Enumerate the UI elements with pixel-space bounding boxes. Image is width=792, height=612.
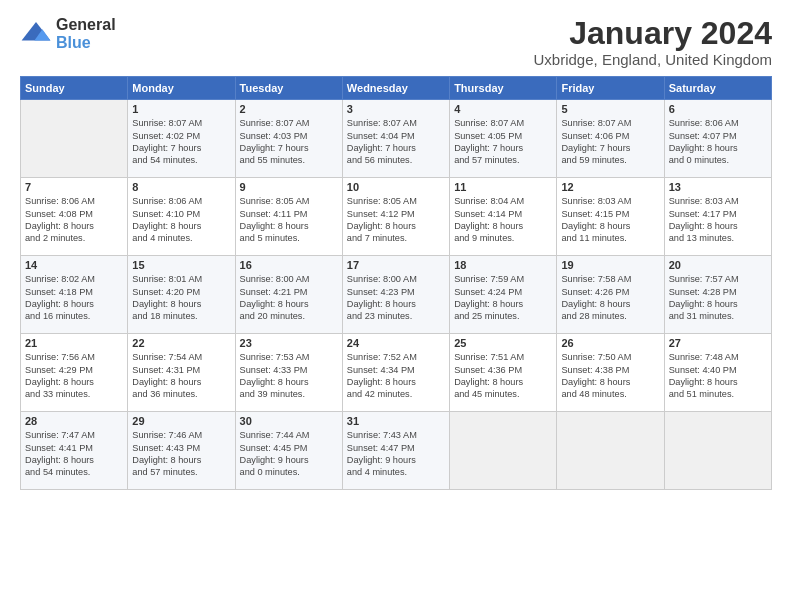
day-cell: 5Sunrise: 8:07 AMSunset: 4:06 PMDaylight… bbox=[557, 100, 664, 178]
day-info: Sunrise: 7:58 AMSunset: 4:26 PMDaylight:… bbox=[561, 273, 659, 323]
day-number: 5 bbox=[561, 103, 659, 115]
day-info: Sunrise: 8:03 AMSunset: 4:17 PMDaylight:… bbox=[669, 195, 767, 245]
day-number: 27 bbox=[669, 337, 767, 349]
day-info: Sunrise: 7:56 AMSunset: 4:29 PMDaylight:… bbox=[25, 351, 123, 401]
page: General Blue January 2024 Uxbridge, Engl… bbox=[0, 0, 792, 612]
day-cell: 24Sunrise: 7:52 AMSunset: 4:34 PMDayligh… bbox=[342, 334, 449, 412]
day-info: Sunrise: 7:57 AMSunset: 4:28 PMDaylight:… bbox=[669, 273, 767, 323]
day-number: 18 bbox=[454, 259, 552, 271]
day-cell: 14Sunrise: 8:02 AMSunset: 4:18 PMDayligh… bbox=[21, 256, 128, 334]
day-info: Sunrise: 8:06 AMSunset: 4:10 PMDaylight:… bbox=[132, 195, 230, 245]
day-info: Sunrise: 8:06 AMSunset: 4:08 PMDaylight:… bbox=[25, 195, 123, 245]
day-cell: 1Sunrise: 8:07 AMSunset: 4:02 PMDaylight… bbox=[128, 100, 235, 178]
logo-icon bbox=[20, 18, 52, 50]
day-cell: 26Sunrise: 7:50 AMSunset: 4:38 PMDayligh… bbox=[557, 334, 664, 412]
header-cell-tuesday: Tuesday bbox=[235, 77, 342, 100]
day-number: 29 bbox=[132, 415, 230, 427]
day-cell: 9Sunrise: 8:05 AMSunset: 4:11 PMDaylight… bbox=[235, 178, 342, 256]
day-number: 28 bbox=[25, 415, 123, 427]
day-number: 19 bbox=[561, 259, 659, 271]
day-number: 7 bbox=[25, 181, 123, 193]
day-cell: 2Sunrise: 8:07 AMSunset: 4:03 PMDaylight… bbox=[235, 100, 342, 178]
day-info: Sunrise: 7:51 AMSunset: 4:36 PMDaylight:… bbox=[454, 351, 552, 401]
day-cell: 18Sunrise: 7:59 AMSunset: 4:24 PMDayligh… bbox=[450, 256, 557, 334]
day-info: Sunrise: 7:47 AMSunset: 4:41 PMDaylight:… bbox=[25, 429, 123, 479]
day-cell: 19Sunrise: 7:58 AMSunset: 4:26 PMDayligh… bbox=[557, 256, 664, 334]
calendar-body: 1Sunrise: 8:07 AMSunset: 4:02 PMDaylight… bbox=[21, 100, 772, 490]
logo: General Blue bbox=[20, 16, 116, 51]
day-number: 25 bbox=[454, 337, 552, 349]
day-info: Sunrise: 8:01 AMSunset: 4:20 PMDaylight:… bbox=[132, 273, 230, 323]
day-info: Sunrise: 7:44 AMSunset: 4:45 PMDaylight:… bbox=[240, 429, 338, 479]
day-cell: 4Sunrise: 8:07 AMSunset: 4:05 PMDaylight… bbox=[450, 100, 557, 178]
day-cell: 10Sunrise: 8:05 AMSunset: 4:12 PMDayligh… bbox=[342, 178, 449, 256]
day-cell bbox=[21, 100, 128, 178]
day-info: Sunrise: 7:59 AMSunset: 4:24 PMDaylight:… bbox=[454, 273, 552, 323]
header-cell-friday: Friday bbox=[557, 77, 664, 100]
calendar-header: SundayMondayTuesdayWednesdayThursdayFrid… bbox=[21, 77, 772, 100]
day-cell: 6Sunrise: 8:06 AMSunset: 4:07 PMDaylight… bbox=[664, 100, 771, 178]
day-number: 2 bbox=[240, 103, 338, 115]
day-cell: 29Sunrise: 7:46 AMSunset: 4:43 PMDayligh… bbox=[128, 412, 235, 490]
logo-general: General bbox=[56, 16, 116, 34]
logo-blue: Blue bbox=[56, 34, 116, 52]
day-number: 20 bbox=[669, 259, 767, 271]
day-info: Sunrise: 7:52 AMSunset: 4:34 PMDaylight:… bbox=[347, 351, 445, 401]
day-number: 15 bbox=[132, 259, 230, 271]
day-info: Sunrise: 8:07 AMSunset: 4:05 PMDaylight:… bbox=[454, 117, 552, 167]
day-cell: 16Sunrise: 8:00 AMSunset: 4:21 PMDayligh… bbox=[235, 256, 342, 334]
day-info: Sunrise: 8:07 AMSunset: 4:06 PMDaylight:… bbox=[561, 117, 659, 167]
day-number: 8 bbox=[132, 181, 230, 193]
day-info: Sunrise: 8:05 AMSunset: 4:11 PMDaylight:… bbox=[240, 195, 338, 245]
week-row-1: 1Sunrise: 8:07 AMSunset: 4:02 PMDaylight… bbox=[21, 100, 772, 178]
day-number: 12 bbox=[561, 181, 659, 193]
day-cell: 25Sunrise: 7:51 AMSunset: 4:36 PMDayligh… bbox=[450, 334, 557, 412]
day-number: 3 bbox=[347, 103, 445, 115]
day-number: 9 bbox=[240, 181, 338, 193]
header-cell-saturday: Saturday bbox=[664, 77, 771, 100]
day-cell: 22Sunrise: 7:54 AMSunset: 4:31 PMDayligh… bbox=[128, 334, 235, 412]
day-cell: 13Sunrise: 8:03 AMSunset: 4:17 PMDayligh… bbox=[664, 178, 771, 256]
logo-text: General Blue bbox=[56, 16, 116, 51]
day-info: Sunrise: 8:04 AMSunset: 4:14 PMDaylight:… bbox=[454, 195, 552, 245]
day-cell: 20Sunrise: 7:57 AMSunset: 4:28 PMDayligh… bbox=[664, 256, 771, 334]
day-cell: 31Sunrise: 7:43 AMSunset: 4:47 PMDayligh… bbox=[342, 412, 449, 490]
day-cell: 27Sunrise: 7:48 AMSunset: 4:40 PMDayligh… bbox=[664, 334, 771, 412]
day-info: Sunrise: 8:00 AMSunset: 4:21 PMDaylight:… bbox=[240, 273, 338, 323]
day-cell: 12Sunrise: 8:03 AMSunset: 4:15 PMDayligh… bbox=[557, 178, 664, 256]
day-cell bbox=[664, 412, 771, 490]
day-cell: 8Sunrise: 8:06 AMSunset: 4:10 PMDaylight… bbox=[128, 178, 235, 256]
day-info: Sunrise: 8:06 AMSunset: 4:07 PMDaylight:… bbox=[669, 117, 767, 167]
day-cell: 7Sunrise: 8:06 AMSunset: 4:08 PMDaylight… bbox=[21, 178, 128, 256]
day-info: Sunrise: 7:43 AMSunset: 4:47 PMDaylight:… bbox=[347, 429, 445, 479]
day-number: 10 bbox=[347, 181, 445, 193]
calendar-table: SundayMondayTuesdayWednesdayThursdayFrid… bbox=[20, 76, 772, 490]
day-cell: 11Sunrise: 8:04 AMSunset: 4:14 PMDayligh… bbox=[450, 178, 557, 256]
day-number: 31 bbox=[347, 415, 445, 427]
day-cell: 17Sunrise: 8:00 AMSunset: 4:23 PMDayligh… bbox=[342, 256, 449, 334]
header-row: SundayMondayTuesdayWednesdayThursdayFrid… bbox=[21, 77, 772, 100]
day-cell: 23Sunrise: 7:53 AMSunset: 4:33 PMDayligh… bbox=[235, 334, 342, 412]
day-info: Sunrise: 8:07 AMSunset: 4:03 PMDaylight:… bbox=[240, 117, 338, 167]
day-number: 16 bbox=[240, 259, 338, 271]
day-cell: 15Sunrise: 8:01 AMSunset: 4:20 PMDayligh… bbox=[128, 256, 235, 334]
day-info: Sunrise: 7:54 AMSunset: 4:31 PMDaylight:… bbox=[132, 351, 230, 401]
week-row-3: 14Sunrise: 8:02 AMSunset: 4:18 PMDayligh… bbox=[21, 256, 772, 334]
day-cell: 3Sunrise: 8:07 AMSunset: 4:04 PMDaylight… bbox=[342, 100, 449, 178]
day-cell bbox=[557, 412, 664, 490]
day-number: 21 bbox=[25, 337, 123, 349]
calendar-subtitle: Uxbridge, England, United Kingdom bbox=[534, 51, 772, 68]
day-cell: 30Sunrise: 7:44 AMSunset: 4:45 PMDayligh… bbox=[235, 412, 342, 490]
day-info: Sunrise: 8:03 AMSunset: 4:15 PMDaylight:… bbox=[561, 195, 659, 245]
day-info: Sunrise: 7:48 AMSunset: 4:40 PMDaylight:… bbox=[669, 351, 767, 401]
day-info: Sunrise: 8:07 AMSunset: 4:02 PMDaylight:… bbox=[132, 117, 230, 167]
day-number: 26 bbox=[561, 337, 659, 349]
day-info: Sunrise: 7:46 AMSunset: 4:43 PMDaylight:… bbox=[132, 429, 230, 479]
day-number: 23 bbox=[240, 337, 338, 349]
day-info: Sunrise: 8:02 AMSunset: 4:18 PMDaylight:… bbox=[25, 273, 123, 323]
calendar-title: January 2024 bbox=[534, 16, 772, 51]
day-number: 22 bbox=[132, 337, 230, 349]
day-info: Sunrise: 8:00 AMSunset: 4:23 PMDaylight:… bbox=[347, 273, 445, 323]
day-info: Sunrise: 8:07 AMSunset: 4:04 PMDaylight:… bbox=[347, 117, 445, 167]
header-cell-wednesday: Wednesday bbox=[342, 77, 449, 100]
